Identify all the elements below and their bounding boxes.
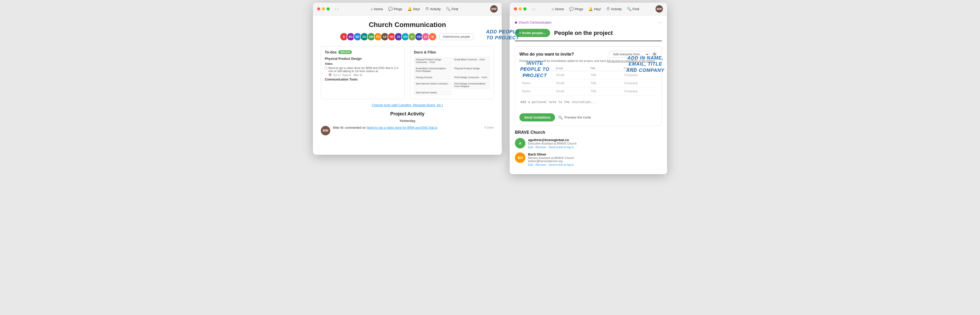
nav-arrows-1[interactable]: ‹ › [335,7,338,11]
person-actions-2: Edit · Remove · Send a link to log in [528,163,662,166]
activity-text: Mike W. commented on Need to get a video… [333,126,482,130]
company-input-1[interactable] [622,72,656,78]
activity-link[interactable]: Need to get a video done for BRM and ENG… [367,126,437,130]
nav-find-1[interactable]: 🔍 Find [446,7,458,11]
window-2: ‹ › ⌂ Home 💬 Pings 🔔 Hey! ⏱ Activ [510,3,667,174]
nav-activity-1[interactable]: ⏱ Activity [425,7,441,11]
user-avatar-1[interactable]: MW [490,5,498,13]
email-input-2[interactable] [555,80,587,86]
doc-item[interactable]: New Sermon Series [414,90,452,95]
doc-item[interactable]: Print Design Communications Form Request [452,81,490,89]
window2-content: Church Communication ··· + Invite people… [510,16,667,174]
title-input-1[interactable] [589,72,620,78]
user-avatar-2[interactable]: MW [655,5,663,13]
maximize-button-2[interactable] [523,7,527,11]
pings-icon-2: 💬 [569,7,574,11]
send-invitations-button[interactable]: Send invitations [519,113,555,121]
maximize-button[interactable] [326,7,330,11]
remove-link-1[interactable]: Remove [535,146,546,149]
person-role-1: Executive Assistant at BRAVE Church [528,142,662,145]
invite-header: + Invite people... People on the project [515,29,662,41]
edit-link-2[interactable]: Edit [528,163,533,166]
nav-find-2[interactable]: 🔍 Find [627,7,639,11]
search-icon-1: 🔍 [446,7,450,11]
nav-hey-2[interactable]: 🔔 Hey! [589,7,601,11]
nav-arrows-2[interactable]: ‹ › [532,7,535,11]
breadcrumb: Church Communication ··· [515,20,662,25]
invite-actions: Send invitations 🔍 Preview the invite [519,113,657,121]
add-remove-people-button[interactable]: Add/remove people [439,33,474,40]
docs-panel: Docs & Files Physical Product Design Com… [410,46,494,99]
company-input-2[interactable] [622,80,656,86]
todo-checkbox[interactable] [325,67,328,69]
preview-invite-button[interactable]: 🔍 Preview the invite [558,115,591,119]
person-name-1: aguthrie@braveglobal.co [528,138,662,142]
close-button[interactable] [317,7,320,11]
doc-item[interactable]: Print Design Communic... Form [452,75,490,80]
doc-item[interactable]: Physical Product Design Communic... Form [414,57,452,65]
add-everyone-select[interactable]: Add everyone from... [609,51,649,58]
forward-arrow-icon[interactable]: › [337,7,339,11]
close-button-2[interactable] [514,7,517,11]
doc-item[interactable]: Physical Product Design [452,66,490,74]
people-on-project-title: People on the project [554,30,613,37]
todo-section-title: Physical Product Design [325,57,401,60]
email-input-3[interactable] [555,88,587,94]
person-row-1: A aguthrie@braveglobal.co Executive Assi… [515,138,662,149]
invite-row-1 [519,71,657,79]
personal-note-input[interactable] [519,98,657,110]
edit-link-1[interactable]: Edit [528,146,533,149]
nav-home-1[interactable]: ⌂ Home [371,7,383,11]
back-arrow-icon-2[interactable]: ‹ [532,7,533,11]
name-input-3[interactable] [520,88,553,94]
comm-tools-title: Communication Tools [325,78,401,81]
person-actions-1: Edit · Remove · Send a link to log in [528,146,662,149]
remove-link-2[interactable]: Remove [535,163,546,166]
docs-grid: Physical Product Design Communic... Form… [414,57,490,95]
email-input-1[interactable] [555,72,587,78]
nav-home-2[interactable]: ⌂ Home [552,7,564,11]
doc-item[interactable]: New Sermon Series Communi... [414,81,452,89]
minimize-button[interactable] [322,7,325,11]
todo-item: Need to get a video done for BRM and ENG… [325,66,401,76]
back-arrow-icon[interactable]: ‹ [335,7,336,11]
name-input-1[interactable] [520,72,553,78]
send-login-link-2[interactable]: Send a link to log in [549,163,574,166]
send-login-link-1[interactable]: Send a link to log in [549,146,574,149]
invite-people-button[interactable]: + Invite people... [515,29,550,37]
activity-date: Yesterday [321,119,494,123]
nav-pings-2[interactable]: 💬 Pings [569,7,583,11]
nav-activity-2[interactable]: ⏱ Activity [606,7,622,11]
forward-arrow-icon-2[interactable]: › [534,7,535,11]
org-title: BRAVE Church [515,130,662,135]
titlebar-2: ‹ › ⌂ Home 💬 Pings 🔔 Hey! ⏱ Activ [510,3,667,16]
calendar-icon: 📅 [328,74,332,76]
change-tools-link[interactable]: Change tools (add Campfire, Message Boar… [321,103,494,107]
more-options-icon[interactable]: ··· [658,20,662,25]
close-invite-panel-button[interactable]: ✕ [652,51,657,57]
invite-controls: Add everyone from... ✕ [609,51,657,58]
doc-item[interactable]: Pacing Process: [414,75,452,80]
col-company: Company [621,65,657,71]
magnify-icon: 🔍 [558,115,563,119]
person-email-2: boliver@harvestdenver.org [528,159,662,162]
nav-pings-1[interactable]: 💬 Pings [388,7,402,11]
invite-input-table: Name Email Title Company [519,65,657,95]
person-avatar-2: BO [515,153,525,163]
activity-time: 4:19pm [484,126,494,129]
doc-item[interactable]: Email Blast Communications Form Request [414,66,452,74]
title-input-3[interactable] [589,88,620,94]
docs-panel-title: Docs & Files [414,50,490,54]
name-input-2[interactable] [520,80,553,86]
company-input-3[interactable] [622,88,656,94]
traffic-lights-2 [514,7,527,11]
minimize-button-2[interactable] [519,7,522,11]
breadcrumb-text[interactable]: Church Communication [519,21,551,24]
home-icon: ⌂ [371,7,373,11]
title-input-2[interactable] [589,80,620,86]
two-col-panels: To-dos 305/324 Physical Product Design V… [321,46,494,99]
breadcrumb-dot [515,22,517,24]
nav-hey-1[interactable]: 🔔 Hey! [407,7,420,11]
doc-item[interactable]: Email Blast Communi... Form [452,57,490,65]
avatar-item[interactable]: M [428,32,437,41]
